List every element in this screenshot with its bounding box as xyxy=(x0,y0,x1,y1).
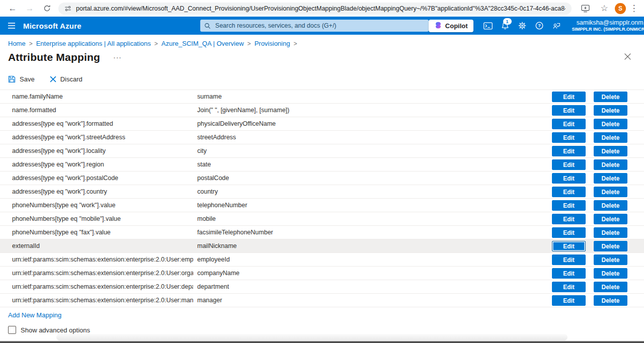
edit-button[interactable]: Edit xyxy=(552,146,586,156)
mapping-row[interactable]: phoneNumbers[type eq "fax"].value facsim… xyxy=(0,226,644,239)
header-right: Copilot 1 ? samiksha@simpplr.onm... SIMP… xyxy=(429,17,644,35)
notification-badge: 1 xyxy=(503,18,512,25)
save-icon xyxy=(8,75,16,83)
edit-button[interactable]: Edit xyxy=(552,159,586,170)
edit-button[interactable]: Edit xyxy=(552,200,586,211)
edit-button[interactable]: Edit xyxy=(552,92,586,102)
delete-button[interactable]: Delete xyxy=(594,187,627,197)
close-blade-icon[interactable] xyxy=(624,53,633,62)
copilot-button[interactable]: Copilot xyxy=(429,20,473,32)
install-app-icon[interactable] xyxy=(577,2,594,16)
browser-toolbar: ← → portal.azure.com/#view/Microsoft_AAD… xyxy=(0,0,644,17)
search-input[interactable] xyxy=(214,22,425,30)
feedback-icon[interactable] xyxy=(548,17,565,35)
title-row: Attribute Mapping ··· xyxy=(0,47,644,64)
cloud-shell-icon[interactable] xyxy=(479,17,497,35)
delete-button[interactable]: Delete xyxy=(594,146,627,156)
target-cell: mobile xyxy=(197,215,216,222)
delete-button[interactable]: Delete xyxy=(594,132,627,143)
edit-button[interactable]: Edit xyxy=(552,227,586,238)
mapping-row[interactable]: addresses[type eq "work"].streetAddress … xyxy=(0,131,644,144)
mapping-row[interactable]: urn:ietf:params:scim:schemas:extension:e… xyxy=(0,267,644,280)
attribute-cell: urn:ietf:params:scim:schemas:extension:e… xyxy=(12,297,193,304)
breadcrumb-home[interactable]: Home xyxy=(8,40,26,47)
account-info[interactable]: samiksha@simpplr.onm... SIMPPLR INC. (SI… xyxy=(572,19,644,33)
save-button[interactable]: Save xyxy=(8,75,35,83)
delete-button[interactable]: Delete xyxy=(594,119,627,129)
breadcrumb-enterprise-applications[interactable]: Enterprise applications | All applicatio… xyxy=(36,40,151,47)
url-text: portal.azure.com/#view/Microsoft_AAD_Con… xyxy=(76,5,566,12)
bottom-window-edge xyxy=(0,341,644,343)
edit-button[interactable]: Edit xyxy=(552,187,586,197)
delete-button[interactable]: Delete xyxy=(594,241,627,251)
browser-profile-avatar[interactable]: S xyxy=(615,3,626,14)
edit-button[interactable]: Edit xyxy=(552,241,586,251)
show-advanced-options-row[interactable]: Show advanced options xyxy=(8,326,636,334)
notifications-bell-icon[interactable]: 1 xyxy=(497,17,514,35)
global-search[interactable] xyxy=(200,20,429,32)
attribute-cell: phoneNumbers[type eq "mobile"].value xyxy=(12,215,121,222)
discard-button[interactable]: Discard xyxy=(50,75,83,83)
breadcrumb-provisioning[interactable]: Provisioning xyxy=(255,40,290,47)
mapping-row[interactable]: name.formatted Join(" ", [givenName], [s… xyxy=(0,104,644,117)
mapping-row[interactable]: name.familyName surname Edit Delete xyxy=(0,90,644,104)
reload-icon[interactable] xyxy=(38,2,55,16)
mapping-table: name.familyName surname Edit Delete name… xyxy=(0,90,644,307)
edit-button[interactable]: Edit xyxy=(552,295,586,306)
add-new-mapping-link[interactable]: Add New Mapping xyxy=(8,311,61,319)
site-settings-icon[interactable] xyxy=(64,5,71,12)
mapping-row[interactable]: addresses[type eq "work"].locality city … xyxy=(0,144,644,158)
settings-gear-icon[interactable] xyxy=(514,17,531,35)
delete-button[interactable]: Delete xyxy=(594,214,627,224)
delete-button[interactable]: Delete xyxy=(594,92,627,102)
hamburger-menu-icon[interactable] xyxy=(0,17,23,35)
mapping-row[interactable]: urn:ietf:params:scim:schemas:extension:e… xyxy=(0,280,644,294)
back-icon[interactable]: ← xyxy=(4,2,21,16)
mapping-row[interactable]: addresses[type eq "work"].region state E… xyxy=(0,158,644,172)
edit-button[interactable]: Edit xyxy=(552,119,586,129)
edit-button[interactable]: Edit xyxy=(552,105,586,116)
edit-button[interactable]: Edit xyxy=(552,254,586,265)
attribute-cell: name.formatted xyxy=(12,107,56,114)
edit-button[interactable]: Edit xyxy=(552,268,586,279)
target-cell: postalCode xyxy=(197,175,229,182)
target-cell: country xyxy=(197,188,218,195)
attribute-cell: addresses[type eq "work"].formatted xyxy=(12,120,113,127)
delete-button[interactable]: Delete xyxy=(594,227,627,238)
help-icon[interactable]: ? xyxy=(531,17,548,35)
mapping-row[interactable]: externalId mailNickname Edit Delete xyxy=(0,239,644,253)
edit-button[interactable]: Edit xyxy=(552,132,586,143)
delete-button[interactable]: Delete xyxy=(594,282,627,292)
browser-menu-icon[interactable]: ⋮ xyxy=(628,2,640,16)
attribute-cell: addresses[type eq "work"].streetAddress xyxy=(12,134,125,141)
delete-button[interactable]: Delete xyxy=(594,105,627,116)
delete-button[interactable]: Delete xyxy=(594,268,627,279)
mapping-row[interactable]: addresses[type eq "work"].formatted phys… xyxy=(0,117,644,131)
target-cell: surname xyxy=(197,93,222,100)
mapping-row[interactable]: addresses[type eq "work"].country countr… xyxy=(0,185,644,199)
attribute-cell: addresses[type eq "work"].locality xyxy=(12,147,106,154)
bookmark-star-icon[interactable]: ☆ xyxy=(596,2,613,16)
mapping-row[interactable]: phoneNumbers[type eq "mobile"].value mob… xyxy=(0,212,644,226)
edit-button[interactable]: Edit xyxy=(552,173,586,184)
delete-button[interactable]: Delete xyxy=(594,159,627,170)
attribute-cell: addresses[type eq "work"].postalCode xyxy=(12,175,118,182)
delete-button[interactable]: Delete xyxy=(594,254,627,265)
forward-icon[interactable]: → xyxy=(21,2,38,16)
title-more-icon[interactable]: ··· xyxy=(113,53,122,61)
address-bar[interactable]: portal.azure.com/#view/Microsoft_AAD_Con… xyxy=(58,3,572,15)
azure-brand[interactable]: Microsoft Azure xyxy=(23,22,82,30)
edit-button[interactable]: Edit xyxy=(552,282,586,292)
show-advanced-options-checkbox[interactable] xyxy=(8,326,16,334)
delete-button[interactable]: Delete xyxy=(594,295,627,306)
breadcrumb-application-overview[interactable]: Azure_SCIM_QA | Overview xyxy=(162,40,244,47)
target-cell: companyName xyxy=(197,270,239,277)
edit-button[interactable]: Edit xyxy=(552,214,586,224)
mapping-row[interactable]: addresses[type eq "work"].postalCode pos… xyxy=(0,172,644,185)
mapping-row[interactable]: urn:ietf:params:scim:schemas:extension:e… xyxy=(0,294,644,307)
delete-button[interactable]: Delete xyxy=(594,200,627,211)
horizontal-scrollbar[interactable] xyxy=(56,334,568,340)
mapping-row[interactable]: urn:ietf:params:scim:schemas:extension:e… xyxy=(0,253,644,267)
mapping-row[interactable]: phoneNumbers[type eq "work"].value telep… xyxy=(0,199,644,212)
delete-button[interactable]: Delete xyxy=(594,173,627,184)
